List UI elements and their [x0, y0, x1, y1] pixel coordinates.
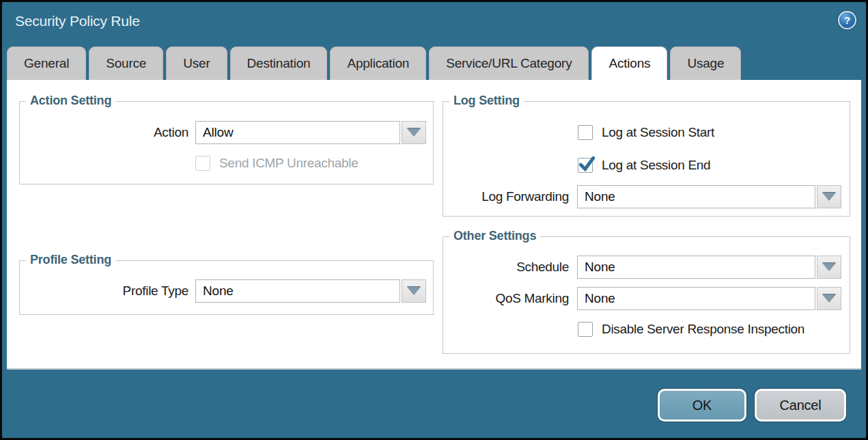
log-forwarding-dropdown-button[interactable]: [817, 185, 841, 208]
ok-button-label: OK: [692, 398, 712, 413]
tab-label: Service/URL Category: [446, 56, 572, 71]
chevron-down-icon: [822, 193, 836, 201]
schedule-dropdown-value[interactable]: None: [577, 256, 815, 279]
group-legend: Profile Setting: [26, 253, 115, 267]
security-policy-rule-dialog: Security Policy Rule ? General Source Us…: [0, 0, 868, 440]
checkmark-icon: [578, 156, 596, 174]
tab-bar: General Source User Destination Applicat…: [7, 46, 741, 80]
content-panel: Action Setting Action Allow Send ICMP Un…: [7, 80, 861, 370]
action-dropdown[interactable]: Allow: [195, 121, 426, 144]
log-forwarding-dropdown-value[interactable]: None: [577, 185, 815, 208]
group-profile-setting: Profile Setting Profile Type None: [19, 260, 434, 315]
qos-marking-label: QoS Marking: [443, 287, 569, 310]
group-log-setting: Log Setting Log at Session Start Log at …: [443, 101, 850, 217]
group-other-settings: Other Settings Schedule None QoS Marking…: [443, 236, 850, 354]
checkbox-icon: [578, 322, 593, 337]
group-legend: Action Setting: [26, 94, 115, 108]
checkbox-icon: [578, 158, 593, 173]
log-forwarding-dropdown[interactable]: None: [577, 185, 841, 208]
profile-type-label: Profile Type: [20, 279, 188, 303]
tab-label: User: [183, 56, 210, 71]
checkbox-label: Disable Server Response Inspection: [602, 322, 804, 337]
qos-marking-dropdown-button[interactable]: [817, 287, 841, 310]
checkbox-icon: [578, 125, 593, 140]
group-legend: Log Setting: [449, 94, 524, 108]
help-button[interactable]: ?: [838, 11, 856, 29]
tab-label: Actions: [608, 56, 650, 71]
qos-marking-dropdown[interactable]: None: [577, 287, 841, 310]
dialog-title: Security Policy Rule: [15, 13, 140, 29]
log-at-session-start-checkbox[interactable]: Log at Session Start: [578, 125, 714, 140]
tab-usage[interactable]: Usage: [670, 46, 741, 80]
schedule-dropdown-button[interactable]: [817, 256, 841, 279]
tab-actions[interactable]: Actions: [591, 46, 667, 80]
checkbox-label: Log at Session End: [602, 158, 710, 173]
chevron-down-icon: [407, 128, 421, 137]
profile-type-dropdown-button[interactable]: [402, 279, 426, 303]
tab-user[interactable]: User: [166, 46, 227, 80]
group-legend: Other Settings: [449, 229, 540, 243]
profile-type-dropdown-value[interactable]: None: [195, 279, 400, 303]
checkbox-label: Log at Session Start: [602, 125, 714, 140]
group-action-setting: Action Setting Action Allow Send ICMP Un…: [19, 101, 434, 184]
checkbox-label: Send ICMP Unreachable: [219, 156, 359, 171]
question-mark-icon: ?: [844, 14, 850, 26]
tab-source[interactable]: Source: [89, 46, 163, 80]
qos-marking-dropdown-value[interactable]: None: [577, 287, 815, 310]
log-forwarding-label: Log Forwarding: [443, 185, 569, 208]
tab-application[interactable]: Application: [330, 46, 426, 80]
disable-server-response-inspection-checkbox[interactable]: Disable Server Response Inspection: [578, 322, 804, 337]
cancel-button-label: Cancel: [779, 398, 821, 413]
tab-label: General: [24, 56, 69, 71]
schedule-dropdown[interactable]: None: [577, 256, 841, 279]
action-dropdown-value[interactable]: Allow: [195, 121, 400, 144]
tab-label: Destination: [247, 56, 311, 71]
tab-label: Application: [347, 56, 409, 71]
cancel-button[interactable]: Cancel: [755, 389, 846, 422]
tab-general[interactable]: General: [7, 46, 86, 80]
chevron-down-icon: [407, 287, 421, 295]
schedule-label: Schedule: [443, 256, 569, 279]
action-dropdown-button[interactable]: [402, 121, 426, 144]
action-label: Action: [20, 121, 188, 144]
log-at-session-end-checkbox[interactable]: Log at Session End: [578, 158, 710, 173]
tab-label: Source: [106, 56, 146, 71]
profile-type-dropdown[interactable]: None: [195, 279, 426, 303]
checkbox-icon: [195, 156, 210, 171]
chevron-down-icon: [822, 294, 836, 303]
tab-service-url-category[interactable]: Service/URL Category: [429, 46, 589, 80]
chevron-down-icon: [822, 263, 836, 271]
tab-destination[interactable]: Destination: [230, 46, 328, 80]
send-icmp-unreachable-checkbox: Send ICMP Unreachable: [195, 156, 359, 171]
ok-button[interactable]: OK: [658, 389, 746, 422]
tab-label: Usage: [687, 56, 724, 71]
